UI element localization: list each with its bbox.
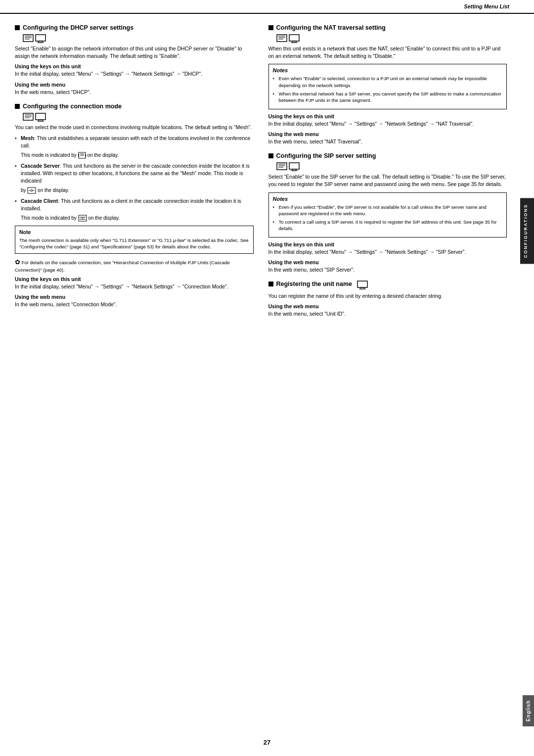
register-unit-title: Registering the unit name xyxy=(276,281,353,287)
dhcp-icon-unit xyxy=(23,34,34,43)
dhcp-device-icons xyxy=(23,34,46,43)
mesh-icon xyxy=(78,152,86,159)
svg-rect-11 xyxy=(36,113,45,120)
page-number: 27 xyxy=(264,739,270,746)
svg-rect-27 xyxy=(277,35,287,42)
nat-web-text: In the web menu, select "NAT Traversal". xyxy=(268,138,507,145)
connection-mode-heading: Configuring the connection mode xyxy=(15,103,254,110)
nat-device-icons xyxy=(276,34,300,43)
sip-heading: Configuring the SIP server setting xyxy=(268,152,507,159)
header-title: Setting Menu List xyxy=(464,3,509,9)
dhcp-icon-pc xyxy=(35,34,46,43)
svg-rect-7 xyxy=(23,113,33,120)
register-unit-section: Registering the unit name You can regist… xyxy=(268,281,507,318)
dhcp-web-heading: Using the web menu xyxy=(15,82,254,88)
note-title: Note xyxy=(19,229,249,235)
register-unit-icon xyxy=(357,281,368,289)
register-web-heading: Using the web menu xyxy=(268,303,507,309)
cascade-server-display: by on the display. xyxy=(21,187,254,194)
nat-title: Configuring the NAT traversal setting xyxy=(276,24,386,31)
conn-icon-pc xyxy=(35,113,46,122)
nat-icon-unit xyxy=(276,34,287,43)
two-column-layout: Configuring the DHCP server settings xyxy=(15,17,507,322)
connection-mode-body: You can select the mode used in connecti… xyxy=(15,124,254,131)
dhcp-web-text: In the web menu, select "DHCP". xyxy=(15,89,254,96)
connection-mode-title: Configuring the connection mode xyxy=(23,103,122,110)
svg-point-20 xyxy=(31,189,33,191)
dhcp-bullet xyxy=(15,25,20,30)
svg-rect-38 xyxy=(289,163,299,169)
connection-mode-note: Note The mesh connection is available on… xyxy=(15,226,254,254)
cascade-server-term: Cascade Server xyxy=(21,163,60,169)
cascade-server-icon xyxy=(27,187,36,194)
english-tab: English xyxy=(523,695,534,726)
main-content: Configuring the DHCP server settings xyxy=(15,17,507,729)
cascade-client-bullet: Cascade Client: This unit functions as a… xyxy=(15,197,254,212)
sip-web-heading: Using the web menu xyxy=(268,259,507,265)
nat-heading: Configuring the NAT traversal setting xyxy=(268,24,507,31)
dhcp-heading: Configuring the DHCP server settings xyxy=(15,24,254,31)
sip-section: Configuring the SIP server setting xyxy=(268,152,507,274)
sip-bullet xyxy=(268,153,273,158)
dhcp-title: Configuring the DHCP server settings xyxy=(23,24,134,31)
mesh-bullet: Mesh: This unit establishes a separate s… xyxy=(15,135,254,149)
sip-icon-unit xyxy=(276,162,287,171)
left-column: Configuring the DHCP server settings xyxy=(15,17,254,322)
right-column: Configuring the NAT traversal setting xyxy=(268,17,507,322)
nat-bullet xyxy=(268,25,273,30)
nat-keys-text: In the initial display, select "Menu" → … xyxy=(268,120,507,128)
nat-note-2: When the external network has a SIP serv… xyxy=(273,91,503,104)
sip-body: Select "Enable" to use the SIP server fo… xyxy=(268,173,507,188)
page-container: Setting Menu List CONFIGURATIONS English… xyxy=(0,0,534,756)
sip-note-2: To connect a call using a SIP server, it… xyxy=(273,219,503,232)
sip-notes-list: Even if you select "Enable", the SIP ser… xyxy=(273,204,503,232)
sip-web-text: In the web menu, select "SIP Server". xyxy=(268,266,507,274)
cascade-client-display: This mode is indicated by on the display… xyxy=(21,215,254,222)
sip-notes: Notes Even if you select "Enable", the S… xyxy=(268,192,507,237)
nat-notes: Notes Even when "Enable" is selected, co… xyxy=(268,64,507,109)
cascade-server-bullet: Cascade Server: This unit functions as t… xyxy=(15,162,254,185)
conn-web-heading: Using the web menu xyxy=(15,294,254,300)
nat-web-heading: Using the web menu xyxy=(268,131,507,137)
mesh-desc: : This unit establishes a separate sessi… xyxy=(21,135,250,148)
sip-keys-heading: Using the keys on this unit xyxy=(268,241,507,247)
nat-body: When this unit exists in a network that … xyxy=(268,45,507,60)
nat-icon-pc xyxy=(289,34,300,43)
conn-keys-heading: Using the keys on this unit xyxy=(15,276,254,282)
register-unit-heading: Registering the unit name xyxy=(268,281,507,289)
dhcp-keys-heading: Using the keys on this unit xyxy=(15,63,254,69)
sip-device-icons xyxy=(276,162,300,171)
register-web-text: In the web menu, select "Unit ID". xyxy=(268,310,507,318)
conn-keys-text: In the initial display, select "Menu" → … xyxy=(15,283,254,290)
nat-notes-title: Notes xyxy=(273,67,503,73)
sip-keys-text: In the initial display, select "Menu" → … xyxy=(268,248,507,256)
sip-title: Configuring the SIP server setting xyxy=(276,152,376,159)
connection-mode-device-icons xyxy=(23,113,46,122)
dhcp-keys-text: In the initial display, select "Menu" → … xyxy=(15,70,254,78)
svg-rect-4 xyxy=(36,35,45,41)
sip-note-1: Even if you select "Enable", the SIP ser… xyxy=(273,204,503,217)
register-unit-bullet xyxy=(268,282,273,286)
note-text: The mesh connection is available only wh… xyxy=(19,237,249,250)
tip-section: ✿ For details on the cascade connection,… xyxy=(15,258,254,273)
register-unit-body: You can register the name of this unit b… xyxy=(268,292,507,300)
svg-rect-41 xyxy=(357,281,367,287)
mesh-display: This mode is indicated by on the display… xyxy=(21,152,254,159)
header-bar: Setting Menu List xyxy=(0,0,534,14)
conn-icon-unit xyxy=(23,113,34,122)
tip-icon: ✿ xyxy=(15,258,20,266)
nat-keys-heading: Using the keys on this unit xyxy=(268,113,507,119)
sip-notes-title: Notes xyxy=(273,196,503,202)
nat-section: Configuring the NAT traversal setting xyxy=(268,24,507,145)
connection-mode-bullet xyxy=(15,104,20,109)
sip-icon-pc xyxy=(289,162,300,171)
connection-mode-section: Configuring the connection mode xyxy=(15,103,254,309)
cascade-client-term: Cascade Client xyxy=(21,198,58,204)
dhcp-section: Configuring the DHCP server settings xyxy=(15,24,254,96)
dhcp-body: Select "Enable" to assign the network in… xyxy=(15,45,254,60)
nat-notes-list: Even when "Enable" is selected, connecti… xyxy=(273,75,503,103)
tip-text: For details on the cascade connection, s… xyxy=(15,260,230,273)
cascade-client-icon xyxy=(78,215,87,222)
configurations-tab: CONFIGURATIONS xyxy=(520,198,534,264)
conn-web-text: In the web menu, select "Connection Mode… xyxy=(15,301,254,308)
